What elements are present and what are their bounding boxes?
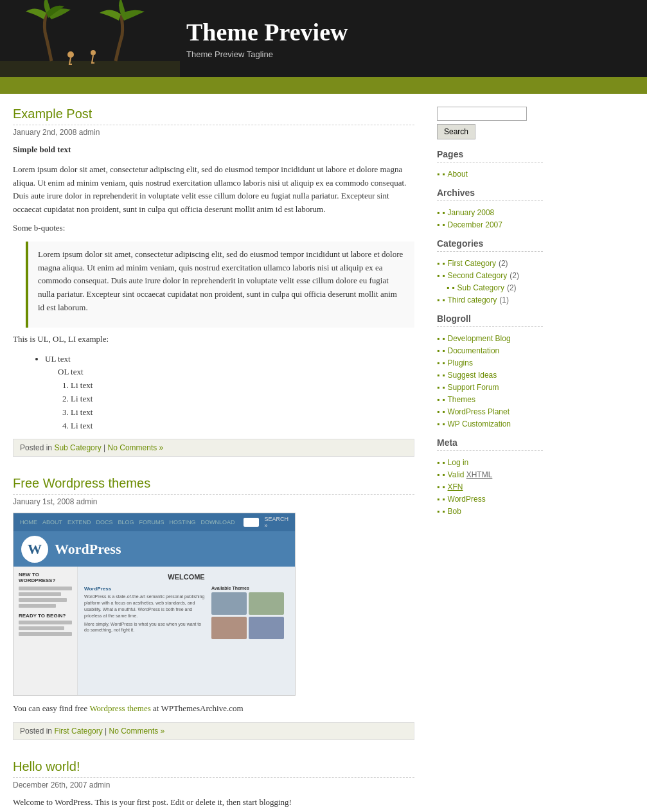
sidebar: Search Pages ▪ About Archives ▪ January … [427,100,553,812]
meta-xhtml-link[interactable]: Valid XHTML [448,470,493,479]
archive-dec-link[interactable]: December 2007 [448,220,502,229]
blogroll-heading: Blogroll [437,313,543,327]
post1-blockquote-text: Lorem ipsum dolor sit amet, consectetur … [38,248,405,315]
post1-meta: January 2nd, 2008 admin [13,128,414,137]
pages-item-about: ▪ About [437,168,543,180]
post1-footer-cat[interactable]: Sub Category [54,443,101,452]
header-illustration [0,0,180,77]
blogroll-dev: ▪ Development Blog [437,332,543,344]
post2-footer-cat[interactable]: First Category [54,727,102,736]
cat-third-link[interactable]: Third category [448,296,497,304]
cat-second: ▪ Second Category (2) [437,269,543,281]
cat-first-link[interactable]: First Category [448,259,496,268]
cat-first-count: (2) [499,259,508,268]
meta-list: ▪ Log in ▪ Valid XHTML ▪ XFN ▪ WordPress… [437,456,543,517]
blogroll-support: ▪ Support Forum [437,381,543,393]
search-button[interactable]: Search [437,124,475,139]
cat-second-link[interactable]: Second Category [448,271,508,280]
post1-body: Lorem ipsum dolor sit amet, consectetur … [13,163,414,216]
post1-ol: OL text Li text Li text Li text Li text [58,366,414,432]
post2-title[interactable]: Free Wordpress themes [13,476,414,495]
archives-heading: Archives [437,188,543,201]
site-title: Theme Preview [186,18,348,46]
search-input[interactable] [437,107,527,121]
archive-jan-link[interactable]: January 2008 [448,208,495,217]
blogroll-wp-planet-link[interactable]: WordPress Planet [448,407,510,416]
blogroll-plugins-link[interactable]: Plugins [448,358,473,367]
post1-bquote-label: Some b-quotes: [13,222,414,235]
pages-heading: Pages [437,149,543,163]
post3-content: Welcome to WordPress. This is your first… [13,796,414,809]
post1-li-list: Li text Li text Li text Li text [71,379,414,432]
meta-bob: ▪ Bob [437,505,543,517]
header-text: Theme Preview Theme Preview Tagline [186,18,348,59]
cat-sub-count: (2) [507,283,517,292]
categories-list: ▪ First Category (2) ▪ Second Category (… [437,257,543,306]
post1-content: Simple bold text Lorem ipsum dolor sit a… [13,143,414,432]
post1-ol-item: OL text Li text Li text Li text Li text [58,366,414,432]
meta-login-link[interactable]: Log in [448,458,469,467]
meta-bob-link[interactable]: Bob [448,507,461,516]
post1-ul: UL text OL text Li text Li text Li text … [45,353,414,433]
meta-wordpress: ▪ WordPress [437,493,543,505]
pages-list: ▪ About [437,168,543,180]
post3-body: Welcome to WordPress. This is your first… [13,796,414,809]
meta-login: ▪ Log in [437,456,543,468]
cat-third-count: (1) [499,296,509,304]
meta-xfn-link[interactable]: XFN [448,482,463,491]
post2-meta: January 1st, 2008 admin [13,497,414,506]
post2-content: You can easy find free Wordpress themes … [13,702,414,716]
post3-meta: December 26th, 2007 admin [13,781,414,790]
post1-footer: Posted in Sub Category | No Comments » [13,439,414,457]
cat-first: ▪ First Category (2) [437,257,543,269]
post2-footer: Posted in First Category | No Comments » [13,722,414,740]
pages-about-link[interactable]: About [448,170,468,179]
archive-jan-2008: ▪ January 2008 [437,206,543,218]
blogroll-themes: ▪ Themes [437,393,543,405]
archive-dec-2007: ▪ December 2007 [437,218,543,231]
svg-point-2 [67,51,74,58]
post-example-post: Example Post January 2nd, 2008 admin Sim… [13,107,414,457]
archive-bullet-2: ▪ [442,220,445,229]
blogroll-list: ▪ Development Blog ▪ Documentation ▪ Plu… [437,332,543,430]
post3-title[interactable]: Hello world! [13,759,414,778]
navbar [0,77,647,94]
post1-lists: UL text OL text Li text Li text Li text … [32,353,414,433]
cat-sub: ▪ Sub Category (2) [437,281,543,294]
post2-image: HOME ABOUT EXTEND DOCS BLOG FORUMS HOSTI… [13,513,296,696]
post-wp-themes: Free Wordpress themes January 1st, 2008 … [13,476,414,740]
blogroll-dev-link[interactable]: Development Blog [448,334,511,343]
post1-bold: Simple bold text [13,145,71,154]
post1-li-3: Li text [71,406,414,419]
content-wrapper: Example Post January 2nd, 2008 admin Sim… [0,94,647,812]
post1-li-2: Li text [71,393,414,406]
blogroll-docs: ▪ Documentation [437,344,543,357]
post1-list-label: This is UL, OL, LI example: [13,333,414,346]
site-header: Theme Preview Theme Preview Tagline [0,0,647,77]
blogroll-support-link[interactable]: Support Forum [448,383,499,392]
search-section: Search [437,107,543,139]
post-hello-world: Hello world! December 26th, 2007 admin W… [13,759,414,812]
post1-title[interactable]: Example Post [13,107,414,125]
post2-link[interactable]: Wordpress themes [89,703,150,713]
post1-ul-item: UL text OL text Li text Li text Li text … [45,353,414,433]
blogroll-themes-link[interactable]: Themes [448,395,475,404]
post1-footer-comments[interactable]: No Comments » [108,443,164,452]
meta-heading: Meta [437,437,543,451]
cat-sub-link[interactable]: Sub Category [457,283,504,292]
blogroll-wp-custom: ▪ WP Customization [437,418,543,430]
blogroll-wp-planet: ▪ WordPress Planet [437,405,543,418]
svg-rect-1 [0,61,180,77]
post1-footer-label: Posted in [20,443,54,452]
post2-footer-comments[interactable]: No Comments » [109,727,165,736]
blogroll-docs-link[interactable]: Documentation [448,346,500,355]
meta-wordpress-link[interactable]: WordPress [448,495,486,504]
blogroll-wp-custom-link[interactable]: WP Customization [448,419,511,428]
archive-bullet-1: ▪ [442,208,445,217]
post1-li-1: Li text [71,379,414,393]
post2-footer-label: Posted in [20,727,54,736]
archives-list: ▪ January 2008 ▪ December 2007 [437,206,543,231]
pages-bullet: ▪ [442,170,445,179]
main-content: Example Post January 2nd, 2008 admin Sim… [0,100,427,812]
blogroll-suggest-link[interactable]: Suggest Ideas [448,371,497,380]
